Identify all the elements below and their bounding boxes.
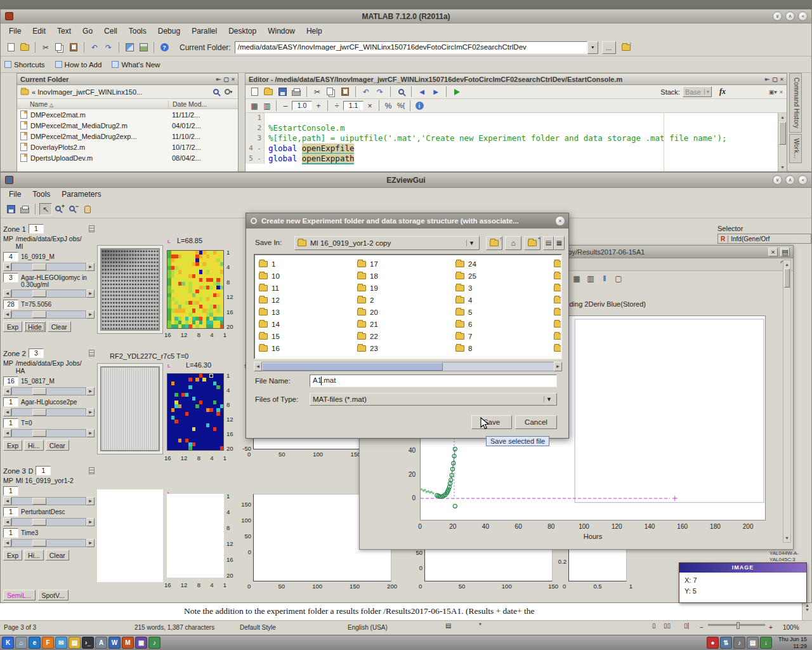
zone-field-value[interactable]: 1: [3, 486, 18, 496]
file-row[interactable]: DMPexcel2mat_MediaDrug2.m04/01/2...: [17, 120, 238, 131]
scroll-left-icon[interactable]: ◀: [254, 362, 262, 371]
value-field-2[interactable]: 1.1: [343, 101, 363, 110]
folder-item[interactable]: 14: [259, 318, 353, 330]
slider-track[interactable]: [11, 310, 86, 319]
side-tab-work[interactable]: Work...: [789, 134, 802, 162]
increase-icon[interactable]: +: [312, 100, 325, 112]
slider-thumb[interactable]: [32, 430, 46, 437]
slider[interactable]: ◀▶: [3, 497, 95, 505]
clock[interactable]: Thu Jun 15 11:29: [778, 636, 810, 650]
menu-item-tools[interactable]: Tools: [123, 25, 152, 37]
slider[interactable]: ◀▶: [3, 429, 95, 437]
file-row[interactable]: DpertsUploadDev.m08/04/2...: [17, 152, 238, 163]
scrollbar-thumb[interactable]: [779, 122, 786, 145]
document-area[interactable]: Note the addition to the experiment fold…: [0, 603, 812, 621]
semilog-button[interactable]: SemiL...: [3, 590, 36, 600]
menu-item-window[interactable]: Window: [262, 25, 301, 37]
menu-icon[interactable]: K: [2, 637, 14, 649]
slider-thumb[interactable]: [32, 388, 46, 395]
float-icon[interactable]: ▢: [772, 76, 778, 83]
volume-icon[interactable]: ♪: [733, 637, 745, 649]
slider-thumb[interactable]: [32, 290, 46, 297]
slider-left-icon[interactable]: ◀: [3, 518, 11, 526]
page-style[interactable]: Default Style: [240, 624, 276, 631]
folder-item[interactable]: 3: [455, 282, 550, 294]
image-viewer-icon[interactable]: ▣: [135, 637, 147, 649]
divide-icon[interactable]: ÷: [331, 100, 343, 112]
file-manager-icon[interactable]: ▤: [69, 637, 81, 649]
decrease-icon[interactable]: –: [279, 100, 292, 112]
scrollbar-thumb[interactable]: [784, 269, 790, 288]
code-editor[interactable]: 12%EstartConsole.m3%[file,path] = uiputf…: [246, 113, 787, 171]
stack-select[interactable]: Base▾: [683, 86, 712, 97]
zone-field-value[interactable]: 16: [3, 376, 18, 386]
close-icon[interactable]: ×: [232, 76, 235, 83]
scroll-up-icon[interactable]: ▲: [783, 260, 790, 269]
dialog-titlebar[interactable]: Create new Experiment folder and data st…: [246, 213, 568, 229]
cut-icon[interactable]: ✂: [39, 41, 52, 53]
slider-right-icon[interactable]: ▶: [86, 429, 95, 437]
firefox-icon[interactable]: F: [42, 637, 54, 649]
slider[interactable]: ◀▶: [3, 518, 95, 526]
copy-icon[interactable]: [53, 41, 66, 53]
slider-thumb[interactable]: [32, 519, 46, 526]
multiply-icon[interactable]: ×: [363, 100, 376, 112]
cut-icon[interactable]: ✂: [311, 86, 324, 98]
slider-track[interactable]: [11, 408, 86, 416]
editor-scrollbar[interactable]: ▲ ▼: [778, 113, 787, 171]
folder-item[interactable]: 18: [357, 270, 452, 282]
pause-icon[interactable]: ‖: [598, 273, 611, 285]
gear-icon[interactable]: ▾: [222, 86, 235, 98]
new-file-icon[interactable]: [248, 86, 261, 98]
slider-track[interactable]: [11, 387, 86, 395]
file-row[interactable]: DoverlayPlots2.m10/17/2...: [17, 142, 238, 152]
folder-item[interactable]: 23: [357, 342, 452, 354]
paste-icon[interactable]: [339, 86, 351, 98]
slider-track[interactable]: [11, 518, 86, 526]
slider-left-icon[interactable]: ◀: [3, 310, 11, 319]
close-icon[interactable]: ×: [780, 76, 783, 83]
legend-icon[interactable]: ▢: [612, 273, 625, 285]
maximize-icon[interactable]: ∧: [785, 175, 795, 185]
zone-index-field[interactable]: 1: [29, 224, 44, 234]
heatmap-1[interactable]: [167, 250, 224, 329]
web-browser-icon[interactable]: e: [29, 637, 41, 649]
menu-item-desktop[interactable]: Desktop: [223, 25, 262, 37]
multi-page-view-icon[interactable]: ▯▯: [664, 623, 671, 629]
zone-field-value[interactable]: 1: [3, 507, 18, 517]
record-icon[interactable]: ●: [707, 637, 719, 649]
breadcrumb[interactable]: « InovImager_jwrCF_WINLinx150...: [32, 88, 142, 96]
slider-thumb[interactable]: [32, 311, 46, 318]
slider-track[interactable]: [11, 263, 86, 271]
folder-item[interactable]: 25: [455, 270, 550, 282]
tile-horizontal-icon[interactable]: ▥: [261, 100, 273, 112]
column-header-name[interactable]: Name △: [17, 99, 56, 109]
scrollbar-thumb[interactable]: [262, 362, 443, 371]
scroll-up-icon[interactable]: ▲: [778, 113, 787, 121]
zone-index-field[interactable]: 1: [36, 466, 51, 475]
plate-image-1[interactable]: [97, 245, 163, 334]
slider[interactable]: ◀▶: [3, 289, 95, 298]
slider-track[interactable]: [11, 429, 86, 437]
close-icon[interactable]: ×: [780, 89, 783, 95]
horizontal-scrollbar[interactable]: ◀ ▶: [254, 362, 562, 371]
zone-field-value[interactable]: 1: [3, 418, 18, 428]
open-folder-icon[interactable]: [262, 86, 275, 98]
slider-thumb[interactable]: [32, 263, 46, 270]
shortcut-item-whatsnew[interactable]: What's New: [112, 61, 160, 69]
slider-thumb[interactable]: [32, 409, 46, 416]
folder-item[interactable]: 4: [455, 294, 550, 306]
menu-item-help[interactable]: Help: [301, 25, 328, 37]
side-tab-commandhistory[interactable]: Command History: [789, 73, 802, 133]
folder-item[interactable]: 17: [357, 258, 452, 270]
redo-icon[interactable]: ↷: [102, 41, 115, 53]
slider-left-icon[interactable]: ◀: [3, 289, 11, 298]
zoom-slider[interactable]: [708, 624, 765, 626]
current-folder-input[interactable]: /media/data/EASY/InovImager_jwrCF_WINLin…: [235, 41, 587, 54]
slider-left-icon[interactable]: ◀: [3, 429, 11, 437]
scroll-right-icon[interactable]: ▶: [554, 362, 562, 371]
slider-right-icon[interactable]: ▶: [86, 387, 95, 395]
zone-button-clear[interactable]: Clear: [46, 440, 69, 451]
slider-left-icon[interactable]: ◀: [3, 263, 11, 271]
zone-field-value[interactable]: 4: [3, 252, 18, 262]
